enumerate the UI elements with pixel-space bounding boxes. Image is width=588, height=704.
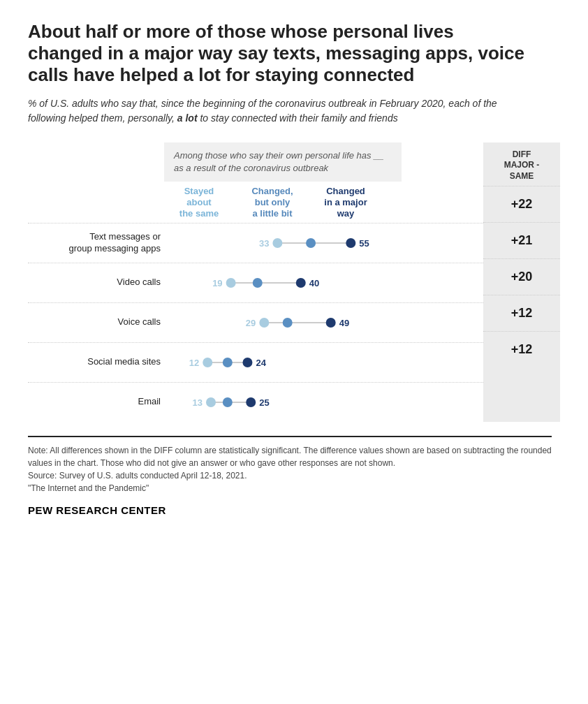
svg-point-9 [296, 278, 306, 288]
row-label: Social media sites [28, 356, 168, 368]
context-box: Among those who say their own personal l… [164, 142, 402, 182]
col-header-major: Changed in a major way [311, 186, 381, 220]
diff-value: +12 [483, 295, 560, 331]
svg-text:29: 29 [246, 318, 256, 328]
diff-value: +12 [483, 331, 560, 367]
svg-point-2 [306, 238, 316, 248]
dot-track: 2949 [168, 310, 483, 335]
table-row: Social media sites1224 [28, 342, 483, 382]
svg-text:24: 24 [256, 358, 266, 368]
svg-text:40: 40 [309, 278, 319, 288]
dot-track: 1325 [168, 390, 483, 415]
chart-left: Among those who say their own personal l… [28, 142, 483, 422]
svg-text:12: 12 [189, 358, 199, 368]
svg-point-25 [206, 397, 216, 407]
svg-point-7 [226, 278, 236, 288]
svg-text:49: 49 [339, 318, 349, 328]
svg-text:33: 33 [259, 238, 269, 249]
note-area: Note: All differences shown in the DIFF … [28, 436, 552, 494]
col-header-stayed: Stayed about the same [164, 186, 234, 220]
table-row: Video calls1940 [28, 263, 483, 302]
col-header-little: Changed, but only a little bit [234, 186, 311, 220]
svg-point-14 [283, 318, 293, 328]
column-headers-row: Stayed about the same Changed, but only … [28, 186, 483, 220]
diff-value: +20 [483, 258, 560, 295]
dot-track: 1940 [168, 270, 483, 295]
row-label: Email [28, 396, 168, 408]
diff-column: DIFF MAJOR - SAME +22+21+20+12+12 [483, 142, 560, 422]
svg-point-21 [242, 358, 252, 367]
subtitle: % of U.S. adults who say that, since the… [28, 96, 517, 126]
svg-point-13 [259, 318, 269, 328]
chart-area: Among those who say their own personal l… [28, 142, 560, 422]
svg-point-27 [246, 397, 256, 407]
svg-text:19: 19 [212, 278, 222, 288]
svg-point-8 [253, 278, 263, 288]
svg-point-26 [223, 397, 233, 407]
dot-track: 3355 [168, 230, 483, 256]
svg-text:25: 25 [259, 397, 269, 408]
svg-text:13: 13 [193, 397, 203, 408]
rows-container: Text messages or group messaging apps335… [28, 223, 483, 422]
table-row: Text messages or group messaging apps335… [28, 223, 483, 263]
pew-logo: PEW RESEARCH CENTER [28, 504, 560, 516]
row-label: Voice calls [28, 316, 168, 328]
diff-header: DIFF MAJOR - SAME [483, 142, 560, 186]
svg-text:55: 55 [359, 238, 369, 249]
svg-point-15 [326, 318, 336, 328]
svg-point-1 [272, 238, 282, 248]
svg-point-3 [346, 238, 355, 248]
note-text: Note: All differences shown in the DIFF … [28, 444, 552, 494]
diff-value: +21 [483, 222, 560, 258]
dot-track: 1224 [168, 350, 483, 375]
main-title: About half or more of those whose person… [28, 21, 531, 87]
diff-value: +22 [483, 186, 560, 222]
page-container: About half or more of those whose person… [28, 21, 560, 516]
table-row: Voice calls2949 [28, 302, 483, 342]
row-label: Video calls [28, 277, 168, 288]
svg-point-20 [223, 358, 233, 367]
diff-values-container: +22+21+20+12+12 [483, 186, 560, 367]
table-row: Email1325 [28, 382, 483, 422]
svg-point-19 [203, 358, 212, 367]
row-label: Text messages or group messaging apps [28, 231, 168, 255]
